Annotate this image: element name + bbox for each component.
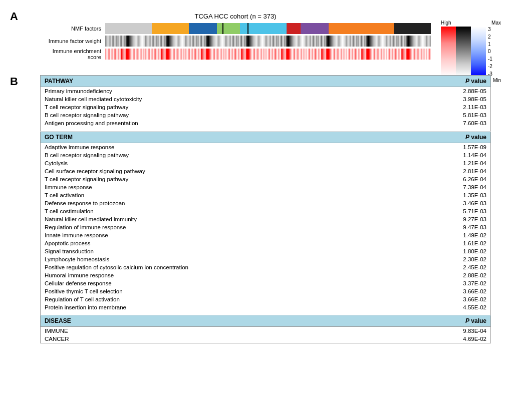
row-pvalue: 7.60E-03 — [413, 119, 491, 127]
nmf-segment — [287, 23, 301, 34]
legend-val-0: 0 — [488, 49, 492, 54]
row-pvalue: 2.88E-02 — [413, 271, 491, 279]
legend-labels: 3 2 1 0 -1 -2 -3 — [486, 27, 492, 77]
table-row: Natural killer cell mediated immunity9.2… — [41, 215, 491, 223]
row-name: Natural killer cell mediated immunity — [41, 215, 413, 223]
table-section-header: PATHWAYP value — [41, 76, 491, 87]
legend-val-2: 2 — [488, 34, 492, 40]
row-name: T cell receptor signaling pathway — [41, 103, 413, 111]
nmf-segment — [301, 23, 329, 34]
table-row: IMMUNE9.83E-04 — [41, 327, 491, 335]
table-row: Primary immunodeficiency2.88E-05 — [41, 87, 491, 96]
row-pvalue: 1.49E-02 — [413, 231, 491, 239]
section-a: A TCGA HCC cohort (n = 373) NMF factors … — [10, 10, 501, 60]
nmf-segment — [240, 23, 287, 34]
legend: High Max 3 2 1 0 -1 -2 -3 Low Min — [441, 20, 501, 83]
ies-row: Immune enrichment score — [40, 48, 431, 60]
ifw-row: Immune factor weight — [40, 36, 431, 47]
legend-bar-gray — [456, 27, 471, 77]
section-b-label: B — [10, 75, 18, 88]
nmf-segment — [394, 23, 431, 34]
row-pvalue: 7.39E-04 — [413, 183, 491, 191]
row-name: Cellular defense response — [41, 279, 413, 287]
legend-max-label: Max — [491, 20, 501, 26]
table-section-header: DISEASEP value — [41, 315, 491, 327]
row-pvalue: 3.37E-02 — [413, 279, 491, 287]
row-pvalue: 3.46E-03 — [413, 199, 491, 207]
row-name: Natural killer cell mediated cytotoxicit… — [41, 95, 413, 103]
legend-title-row: High Max — [441, 20, 501, 26]
legend-val-1: 1 — [488, 42, 492, 47]
row-name: Regulation of T cell activation — [41, 295, 413, 303]
row-name: Lymphocyte homeostasis — [41, 255, 413, 263]
table-row: T cell receptor signaling pathway6.26E-0… — [41, 175, 491, 183]
row-pvalue: 5.81E-03 — [413, 111, 491, 119]
section-header-pvalue: P value — [413, 315, 491, 327]
table-row: Natural killer cell mediated cytotoxicit… — [41, 95, 491, 103]
table-row: Apoptotic process1.61E-02 — [41, 239, 491, 247]
legend-bar-wrapper: 3 2 1 0 -1 -2 -3 — [441, 27, 501, 77]
row-name: B cell receptor signaling pathway — [41, 151, 413, 159]
table-row: Adaptive immune response1.57E-09 — [41, 143, 491, 151]
nmf-row: NMF factors — [40, 23, 431, 34]
row-name: Innate immune response — [41, 231, 413, 239]
row-name: CANCER — [41, 335, 413, 343]
ies-bar — [105, 49, 431, 60]
section-a-label: A — [10, 10, 18, 23]
row-name: T cell costimulation — [41, 207, 413, 215]
row-pvalue: 1.21E-04 — [413, 159, 491, 167]
data-table: PATHWAYP valuePrimary immunodeficiency2.… — [40, 75, 491, 343]
table-row: Regulation of immune response9.47E-03 — [41, 223, 491, 231]
ies-label: Immune enrichment score — [40, 48, 105, 60]
table-row: Innate immune response1.49E-02 — [41, 231, 491, 239]
table-row: T cell activation1.35E-03 — [41, 191, 491, 199]
table-row: Antigen processing and presentation7.60E… — [41, 119, 491, 127]
row-pvalue: 1.80E-02 — [413, 247, 491, 255]
ifw-label: Immune factor weight — [40, 38, 105, 44]
section-header-name: GO TERM — [41, 131, 413, 143]
row-name: Iimmune response — [41, 183, 413, 191]
nmf-segment — [217, 23, 240, 34]
ifw-bar-container — [105, 36, 431, 47]
row-pvalue: 5.71E-03 — [413, 207, 491, 215]
row-name: Adaptive immune response — [41, 143, 413, 151]
row-pvalue: 3.66E-02 — [413, 287, 491, 295]
chart-title: TCGA HCC cohort (n = 373) — [40, 13, 431, 20]
table-row: T cell receptor signaling pathway2.11E-0… — [41, 103, 491, 111]
table-row: Cytolysis1.21E-04 — [41, 159, 491, 167]
ies-bar-container — [105, 49, 431, 60]
section-b-content: PATHWAYP valuePrimary immunodeficiency2.… — [40, 75, 491, 343]
table-row: T cell costimulation5.71E-03 — [41, 207, 491, 215]
legend-val-n2: -2 — [488, 64, 492, 69]
row-name: T cell receptor signaling pathway — [41, 175, 413, 183]
section-a-content: TCGA HCC cohort (n = 373) NMF factors Im… — [40, 10, 431, 60]
row-name: Apoptotic process — [41, 239, 413, 247]
row-pvalue: 6.26E-04 — [413, 175, 491, 183]
row-pvalue: 2.45E-02 — [413, 263, 491, 271]
row-name: Humoral immune response — [41, 271, 413, 279]
table-row: Cell surface receptor signaling pathway2… — [41, 167, 491, 175]
row-name: IMMUNE — [41, 327, 413, 335]
table-row: Humoral immune response2.88E-02 — [41, 271, 491, 279]
row-name: Cytolysis — [41, 159, 413, 167]
nmf-segment — [329, 23, 394, 34]
nmf-segment — [105, 23, 152, 34]
table-row: Lymphocyte homeostasis2.30E-02 — [41, 255, 491, 263]
row-pvalue: 9.83E-04 — [413, 327, 491, 335]
row-pvalue: 4.55E-02 — [413, 303, 491, 311]
section-header-name: PATHWAY — [41, 76, 413, 87]
row-pvalue: 4.69E-02 — [413, 335, 491, 343]
row-pvalue: 2.88E-05 — [413, 87, 491, 96]
table-row: Signal transduction1.80E-02 — [41, 247, 491, 255]
nmf-label: NMF factors — [40, 26, 105, 32]
row-name: Positive regulation of cytosolic calcium… — [41, 263, 413, 271]
table-row: Defense response to protozoan3.46E-03 — [41, 199, 491, 207]
legend-bar-red — [441, 27, 456, 77]
table-row: CANCER4.69E-02 — [41, 335, 491, 343]
row-name: Defense response to protozoan — [41, 199, 413, 207]
section-header-pvalue: P value — [413, 76, 491, 87]
row-name: Signal transduction — [41, 247, 413, 255]
table-row: Positive regulation of cytosolic calcium… — [41, 263, 491, 271]
legend-bar-blue — [471, 27, 486, 77]
table-row: B cell receptor signaling pathway5.81E-0… — [41, 111, 491, 119]
